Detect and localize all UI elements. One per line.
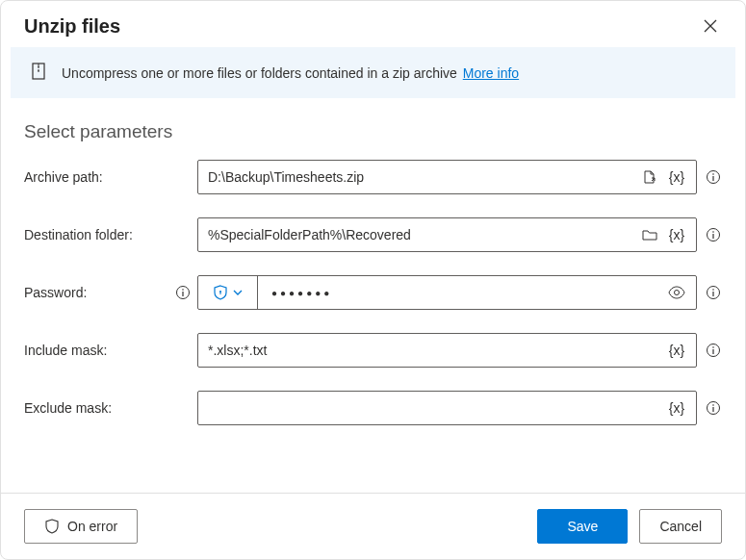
svg-point-8 <box>182 289 184 291</box>
dialog-footer: On error Save Cancel <box>1 493 745 559</box>
banner-text: Uncompress one or more files or folders … <box>62 65 519 81</box>
password-mode-dropdown[interactable] <box>198 276 258 309</box>
help-include-mask[interactable] <box>705 342 722 359</box>
label-password: Password: <box>24 285 87 300</box>
section-title: Select parameters <box>24 121 722 142</box>
close-icon <box>703 18 718 34</box>
variable-picker-button[interactable]: {x} <box>663 161 690 193</box>
row-include-mask: Include mask: *.xlsx;*.txt {x} <box>24 333 722 368</box>
svg-point-5 <box>712 231 714 233</box>
banner-desc: Uncompress one or more files or folders … <box>62 65 461 81</box>
file-picker-button[interactable] <box>636 161 663 193</box>
more-info-link[interactable]: More info <box>463 65 519 81</box>
info-icon <box>706 400 721 416</box>
help-password-left[interactable] <box>174 284 192 301</box>
info-icon <box>706 169 721 185</box>
dialog-title: Unzip files <box>24 15 120 38</box>
row-destination-folder: Destination folder: %SpecialFolderPath%\… <box>24 217 722 252</box>
dialog-body: Select parameters Archive path: D:\Backu… <box>1 98 745 493</box>
help-destination-folder[interactable] <box>705 226 722 243</box>
help-archive-path[interactable] <box>705 168 722 186</box>
label-exclude-mask: Exclude mask: <box>24 400 197 416</box>
label-destination-folder: Destination folder: <box>24 227 197 242</box>
save-label: Save <box>567 519 598 534</box>
label-include-mask: Include mask: <box>24 343 197 358</box>
info-icon <box>706 227 721 242</box>
password-field: ●●●●●●● <box>197 275 697 310</box>
variable-picker-button[interactable]: {x} <box>663 392 690 424</box>
folder-icon <box>642 227 657 242</box>
help-password-right[interactable] <box>705 284 722 301</box>
svg-rect-21 <box>712 407 713 412</box>
svg-rect-3 <box>712 176 713 181</box>
info-banner: Uncompress one or more files or folders … <box>11 47 735 98</box>
info-icon <box>175 285 191 300</box>
variable-picker-button[interactable]: {x} <box>663 218 690 251</box>
svg-rect-18 <box>712 349 713 354</box>
help-exclude-mask[interactable] <box>705 399 722 417</box>
label-archive-path: Archive path: <box>24 169 197 185</box>
on-error-button[interactable]: On error <box>24 509 138 544</box>
archive-path-value: D:\Backup\Timesheets.zip <box>208 169 636 185</box>
svg-point-2 <box>712 173 714 175</box>
info-icon <box>706 343 721 358</box>
unzip-dialog: Unzip files Uncompress one or more files… <box>0 0 746 560</box>
file-picker-icon <box>642 169 657 185</box>
include-mask-value: *.xlsx;*.txt <box>208 343 663 358</box>
svg-rect-11 <box>219 292 220 294</box>
close-button[interactable] <box>699 14 722 38</box>
exclude-mask-input[interactable]: {x} <box>197 391 697 425</box>
destination-folder-value: %SpecialFolderPath%\Recovered <box>208 227 636 242</box>
svg-point-14 <box>712 289 714 291</box>
shield-icon <box>213 285 228 300</box>
shield-outline-icon <box>44 519 60 534</box>
password-input[interactable]: ●●●●●●● <box>258 276 696 309</box>
folder-picker-button[interactable] <box>636 218 663 251</box>
variable-picker-button[interactable]: {x} <box>663 334 690 367</box>
svg-point-17 <box>712 346 714 348</box>
archive-path-input[interactable]: D:\Backup\Timesheets.zip {x} <box>197 160 697 194</box>
svg-rect-15 <box>712 292 713 296</box>
row-password: Password: ●●●●●●● <box>24 275 722 310</box>
destination-folder-input[interactable]: %SpecialFolderPath%\Recovered {x} <box>197 217 697 252</box>
include-mask-input[interactable]: *.xlsx;*.txt {x} <box>197 333 697 368</box>
row-archive-path: Archive path: D:\Backup\Timesheets.zip {… <box>24 160 722 194</box>
info-icon <box>706 285 721 300</box>
svg-point-12 <box>675 291 680 295</box>
dialog-header: Unzip files <box>1 1 745 47</box>
zip-icon <box>29 62 48 84</box>
cancel-label: Cancel <box>659 519 702 534</box>
save-button[interactable]: Save <box>537 509 628 544</box>
svg-rect-9 <box>182 292 183 296</box>
password-mask: ●●●●●●● <box>271 288 663 298</box>
reveal-password-button[interactable] <box>663 276 690 309</box>
eye-icon <box>668 284 685 301</box>
svg-rect-6 <box>712 234 713 239</box>
chevron-down-icon <box>232 287 244 298</box>
cancel-button[interactable]: Cancel <box>639 509 722 544</box>
on-error-label: On error <box>67 519 117 534</box>
row-exclude-mask: Exclude mask: {x} <box>24 391 722 425</box>
svg-point-20 <box>712 404 714 406</box>
